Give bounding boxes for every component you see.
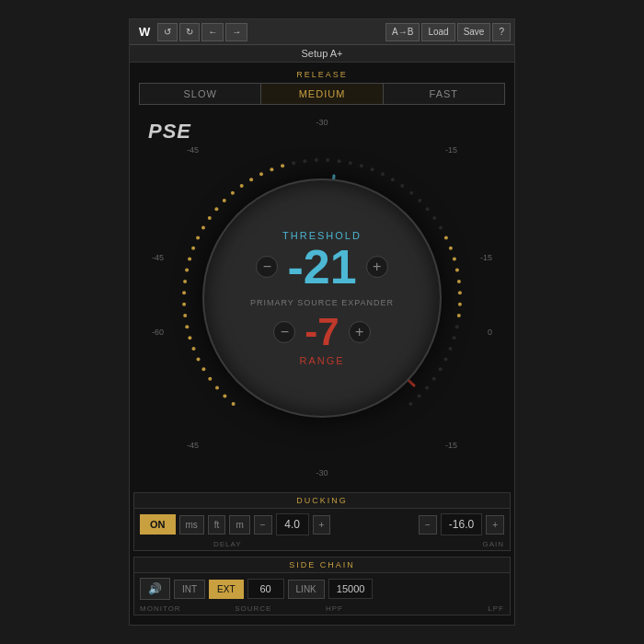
knob-area: PSE -30 -45 -15 -45 -15 -30 -45 -60 -15 …: [139, 110, 505, 485]
undo-button[interactable]: ↺: [157, 23, 178, 41]
monitor-sub-label: MONITOR: [140, 604, 181, 613]
lpf-sub-label: LPF: [488, 604, 504, 613]
svg-point-22: [240, 184, 244, 188]
ducking-gain-minus[interactable]: −: [419, 515, 437, 535]
svg-point-43: [444, 236, 448, 239]
svg-point-52: [453, 336, 456, 339]
threshold-plus-btn[interactable]: +: [366, 256, 388, 278]
svg-point-15: [191, 246, 195, 249]
scale-left-top: -45: [152, 253, 164, 262]
svg-point-35: [381, 172, 385, 176]
link-btn[interactable]: LINK: [288, 580, 325, 599]
svg-point-13: [185, 268, 189, 271]
scale-bottom: -30: [316, 468, 328, 477]
svg-point-49: [458, 302, 462, 305]
scale-bl: -45: [187, 441, 199, 450]
svg-point-27: [292, 161, 295, 165]
svg-point-54: [444, 357, 448, 361]
primary-source-label: PRIMARY SOURCE EXPANDER: [250, 298, 394, 307]
source-sub-label: SOURCE: [185, 604, 322, 613]
ducking-delay-plus[interactable]: +: [313, 515, 331, 535]
svg-point-4: [201, 367, 205, 371]
sidechain-header: SIDE CHAIN: [134, 558, 510, 573]
waves-logo: W: [133, 25, 155, 39]
range-label: RANGE: [299, 355, 344, 366]
back-button[interactable]: ←: [201, 23, 224, 41]
ducking-delay-value: 4.0: [276, 513, 309, 535]
help-button[interactable]: ?: [492, 23, 511, 41]
release-buttons: SLOW MEDIUM FAST: [139, 83, 505, 105]
svg-point-19: [214, 207, 218, 211]
sidechain-content: 🔊 INT EXT 60 LINK 15000: [134, 573, 510, 604]
scale-tr: -15: [445, 145, 457, 155]
svg-point-7: [188, 336, 191, 339]
svg-point-23: [249, 178, 253, 181]
svg-point-26: [281, 164, 284, 167]
svg-point-18: [208, 216, 212, 220]
svg-point-30: [326, 158, 329, 162]
range-plus-btn[interactable]: +: [349, 321, 371, 343]
ducking-panel: DUCKING ON ms ft m − 4.0 + − -16.0 + DEL…: [133, 492, 511, 551]
range-section: − -7 +: [273, 313, 370, 351]
svg-point-57: [425, 385, 429, 389]
gain-label: GAIN: [482, 540, 504, 548]
forward-button[interactable]: →: [225, 23, 247, 41]
ext-btn[interactable]: EXT: [209, 580, 243, 599]
plugin-window: W ↺ ↻ ← → A→B Load Save ? Setup A+ RELEA…: [129, 18, 515, 626]
threshold-section: − -21 +: [256, 243, 387, 291]
threshold-label: THRESHOLD: [282, 230, 362, 241]
load-button[interactable]: Load: [421, 23, 454, 41]
preset-name: Setup A+: [302, 48, 343, 59]
svg-point-5: [197, 357, 201, 361]
svg-point-46: [455, 268, 459, 271]
svg-point-1: [223, 394, 226, 397]
release-fast-btn[interactable]: FAST: [384, 84, 504, 104]
svg-point-58: [418, 394, 421, 397]
svg-point-3: [208, 376, 212, 380]
svg-point-45: [453, 257, 456, 260]
svg-point-33: [360, 164, 363, 167]
svg-point-29: [315, 158, 318, 162]
range-value: -7: [305, 313, 339, 351]
svg-point-56: [432, 376, 436, 380]
scale-br: -15: [445, 441, 457, 450]
svg-point-11: [182, 291, 186, 294]
ducking-m-btn[interactable]: m: [229, 515, 249, 535]
threshold-minus-btn[interactable]: −: [256, 256, 278, 278]
svg-point-24: [259, 172, 263, 176]
svg-point-37: [400, 184, 404, 188]
delay-label: DELAY: [213, 540, 242, 548]
svg-point-40: [426, 207, 430, 211]
bottom-panels: DUCKING ON ms ft m − 4.0 + − -16.0 + DEL…: [130, 492, 514, 625]
svg-point-8: [185, 325, 189, 328]
svg-point-50: [457, 314, 461, 317]
svg-point-17: [201, 225, 205, 229]
scale-tl: -45: [187, 145, 199, 155]
ducking-on-btn[interactable]: ON: [140, 514, 176, 535]
release-slow-btn[interactable]: SLOW: [140, 84, 261, 104]
ducking-delay-minus[interactable]: −: [254, 515, 272, 535]
svg-point-55: [439, 367, 443, 371]
scale-left-bottom: -60: [152, 328, 164, 337]
monitor-btn[interactable]: 🔊: [140, 578, 170, 600]
ducking-ms-btn[interactable]: ms: [179, 515, 204, 535]
redo-button[interactable]: ↻: [179, 23, 200, 41]
svg-point-20: [223, 199, 226, 202]
svg-point-39: [418, 199, 421, 202]
scale-right-bottom: 0: [488, 328, 492, 337]
svg-point-16: [196, 236, 200, 239]
svg-point-51: [455, 325, 459, 328]
int-btn[interactable]: INT: [174, 580, 205, 599]
svg-point-9: [183, 314, 187, 317]
ab-button[interactable]: A→B: [385, 23, 420, 41]
ducking-gain-plus[interactable]: +: [486, 515, 504, 535]
ducking-ft-btn[interactable]: ft: [208, 515, 226, 535]
release-medium-btn[interactable]: MEDIUM: [261, 84, 383, 104]
svg-point-47: [457, 279, 461, 282]
svg-point-44: [449, 246, 453, 249]
svg-point-21: [231, 190, 235, 194]
range-minus-btn[interactable]: −: [273, 321, 295, 343]
save-button[interactable]: Save: [457, 23, 491, 41]
svg-point-34: [371, 167, 374, 171]
release-section: RELEASE SLOW MEDIUM FAST: [139, 70, 505, 105]
